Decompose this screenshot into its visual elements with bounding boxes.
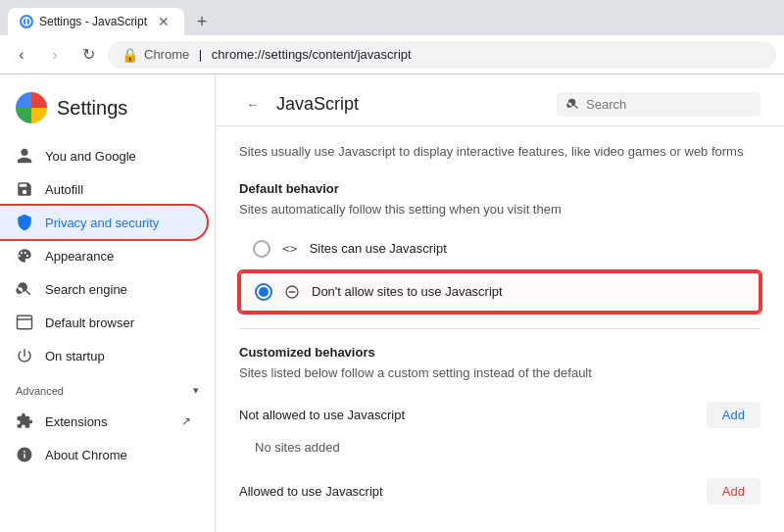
default-behavior-desc: Sites automatically follow this setting …: [239, 202, 760, 217]
allowed-section: Allowed to use Javascript Add: [239, 470, 760, 512]
content-description: Sites usually use Javascript to display …: [239, 142, 760, 162]
browser-window: Settings - JavaScript ✕ + ‹ › ↻ 🔒 Chrome…: [0, 0, 784, 74]
main-content: ← JavaScript Sites usually use Javascrip…: [216, 74, 784, 532]
block-icon: [284, 284, 300, 300]
content-title-area: ← JavaScript: [239, 90, 359, 118]
address-path: chrome://settings/content/javascript: [212, 47, 412, 62]
content-title: JavaScript: [276, 94, 359, 115]
option-allow-label: Sites can use Javascript: [310, 241, 447, 256]
external-link-icon: ↗: [181, 414, 191, 428]
sidebar-item-privacy-and-security[interactable]: Privacy and security: [0, 206, 207, 239]
settings-container: Settings You and Google Autofill Privacy…: [0, 74, 784, 532]
search-icon: [16, 280, 33, 298]
default-behavior-section: Default behavior Sites automatically fol…: [239, 181, 760, 313]
code-icon: <>: [282, 241, 298, 256]
sidebar-item-you-and-google[interactable]: You and Google: [0, 139, 207, 172]
person-icon: [16, 147, 33, 165]
customized-title: Customized behaviors: [239, 345, 760, 360]
content-back-button[interactable]: ←: [239, 90, 267, 118]
tab-favicon: [20, 15, 33, 28]
address-separator: |: [195, 47, 206, 62]
tab-bar: Settings - JavaScript ✕ +: [0, 0, 784, 35]
chevron-down-icon: ▾: [193, 384, 199, 397]
address-site: Chrome: [144, 47, 189, 62]
forward-button[interactable]: ›: [41, 41, 69, 69]
sidebar-item-autofill[interactable]: Autofill: [0, 172, 207, 206]
radio-allow[interactable]: [253, 240, 270, 258]
content-body: Sites usually use Javascript to display …: [216, 126, 784, 528]
sidebar: Settings You and Google Autofill Privacy…: [0, 74, 216, 532]
customized-desc: Sites listed below follow a custom setti…: [239, 365, 760, 380]
allowed-label: Allowed to use Javascript: [239, 484, 383, 499]
sidebar-label-autofill: Autofill: [45, 182, 83, 197]
extension-icon: [16, 412, 33, 430]
not-allowed-add-button[interactable]: Add: [707, 402, 760, 428]
advanced-section-header[interactable]: Advanced ▾: [0, 376, 215, 405]
radio-block[interactable]: [255, 283, 272, 301]
content-search-icon: [566, 97, 580, 111]
default-behavior-title: Default behavior: [239, 181, 760, 196]
sidebar-label-appearance: Appearance: [45, 249, 114, 264]
sidebar-item-on-startup[interactable]: On startup: [0, 339, 207, 372]
svg-rect-2: [18, 315, 32, 329]
option-block-label: Don't allow sites to use Javascript: [312, 284, 503, 299]
tab-title: Settings - JavaScript: [39, 15, 149, 28]
option-allow-javascript[interactable]: <> Sites can use Javascript: [239, 230, 760, 267]
sidebar-label-on-startup: On startup: [45, 349, 105, 363]
allowed-header: Allowed to use Javascript Add: [239, 470, 760, 512]
sidebar-header: Settings: [0, 84, 215, 139]
settings-page-title: Settings: [57, 97, 127, 120]
sidebar-label-default-browser: Default browser: [45, 315, 134, 330]
customized-behaviors-section: Customized behaviors Sites listed below …: [239, 345, 760, 512]
power-icon: [16, 347, 33, 364]
allowed-add-button[interactable]: Add: [707, 478, 760, 505]
new-tab-button[interactable]: +: [188, 8, 216, 35]
tab-close-button[interactable]: ✕: [155, 13, 172, 30]
not-allowed-row: Not allowed to use Javascript Add: [239, 394, 760, 436]
sidebar-label-privacy: Privacy and security: [45, 216, 159, 230]
chrome-logo: [16, 92, 47, 123]
sidebar-item-search-engine[interactable]: Search engine: [0, 272, 207, 306]
address-bar: ‹ › ↻ 🔒 Chrome | chrome://settings/conte…: [0, 35, 784, 74]
not-allowed-label: Not allowed to use Javascript: [239, 408, 405, 422]
browser-icon: [16, 314, 33, 331]
advanced-label: Advanced: [16, 385, 64, 397]
sidebar-item-extensions[interactable]: Extensions ↗: [0, 405, 207, 438]
back-button[interactable]: ‹: [8, 41, 35, 69]
lock-icon: 🔒: [122, 47, 138, 63]
no-sites-text: No sites added: [239, 436, 760, 459]
save-icon: [16, 180, 33, 198]
active-tab[interactable]: Settings - JavaScript ✕: [8, 8, 184, 35]
content-header: ← JavaScript: [216, 74, 784, 126]
option-block-javascript[interactable]: Don't allow sites to use Javascript: [239, 271, 760, 313]
info-icon: [16, 446, 33, 463]
sidebar-label-extensions: Extensions: [45, 414, 108, 429]
address-input[interactable]: 🔒 Chrome | chrome://settings/content/jav…: [108, 41, 776, 69]
shield-icon: [16, 214, 33, 231]
sidebar-item-default-browser[interactable]: Default browser: [0, 306, 207, 339]
content-search-bar[interactable]: [557, 92, 760, 117]
sidebar-label-search: Search engine: [45, 282, 127, 297]
sidebar-item-appearance[interactable]: Appearance: [0, 239, 207, 272]
sidebar-label-about-chrome: About Chrome: [45, 448, 127, 462]
palette-icon: [16, 247, 33, 265]
sidebar-label-you-and-google: You and Google: [45, 149, 136, 164]
content-search-input[interactable]: [586, 97, 751, 112]
divider: [239, 328, 760, 329]
reload-button[interactable]: ↻: [74, 41, 102, 69]
sidebar-item-about-chrome[interactable]: About Chrome: [0, 438, 207, 471]
